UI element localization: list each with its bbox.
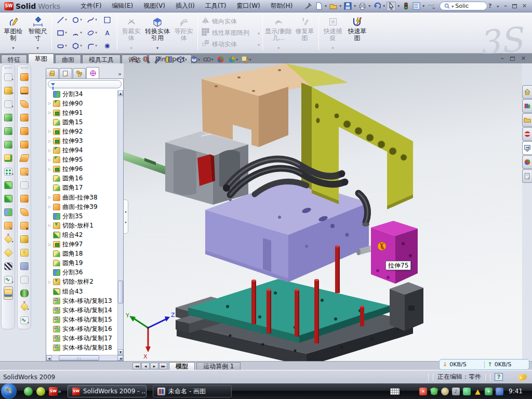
smart-dimension-button[interactable]: 智能尺寸 [25, 14, 50, 52]
point-button[interactable] [100, 39, 114, 52]
tree-item[interactable]: ▷切除-放样1 [48, 221, 123, 230]
tree-item[interactable]: 圆角17 [48, 183, 123, 193]
tab-features[interactable]: 特征 [1, 55, 27, 63]
scroll-right-arrow-icon[interactable] [117, 355, 123, 361]
sketch-button[interactable]: 草图绘制 [1, 14, 25, 52]
expand-arrow-icon[interactable]: ▷ [48, 223, 53, 228]
taskpane-tab-design-library[interactable] [522, 99, 532, 113]
taskbar-clock[interactable]: 9:41 [507, 388, 528, 395]
line-button[interactable]: ▾ [55, 14, 69, 26]
taskpane-tab-custom-properties[interactable] [522, 169, 532, 183]
tree-item[interactable]: 实体-移动/复制17 [48, 334, 123, 343]
manager-tab-configurationmanager[interactable] [73, 68, 86, 78]
linear-sketch-pattern-button[interactable]: 线性草图阵列 [200, 28, 261, 37]
expand-arrow-icon[interactable]: ▷ [48, 101, 53, 105]
tree-item[interactable]: 组合43 [48, 287, 123, 296]
security-shield-icon[interactable] [430, 388, 438, 395]
taskpane-tab-file-explorer[interactable] [522, 113, 532, 127]
curve-button[interactable]: ▾ [20, 313, 29, 327]
splitter-down-icon[interactable] [125, 220, 126, 224]
help-caret-icon[interactable] [497, 3, 499, 9]
intersect-bodies-button[interactable] [4, 192, 13, 205]
model-canvas[interactable]: Y Z X [124, 63, 522, 361]
convert-entities-button[interactable]: 转换实体引用 [143, 14, 171, 52]
search-value[interactable]: Solic [455, 3, 469, 9]
expand-arrow-icon[interactable]: ▷ [48, 149, 53, 153]
tree-item[interactable]: 组合42 [48, 230, 123, 240]
circle-button[interactable]: ▾ [70, 14, 84, 26]
search-scope-caret-icon[interactable] [451, 3, 454, 9]
tab-model[interactable]: 模型 [169, 362, 195, 370]
planar-surface-button[interactable] [20, 151, 29, 165]
tree-item[interactable]: ▷拉伸95 [48, 155, 123, 165]
ruled-surface-button[interactable] [20, 205, 29, 219]
tree-item[interactable]: 圆角18 [48, 249, 123, 259]
tree-item[interactable]: 分割36 [48, 268, 123, 277]
save-icon[interactable] [343, 2, 352, 11]
certificate-icon[interactable] [441, 388, 449, 395]
tree-item[interactable]: ▷拉伸96 [48, 165, 123, 174]
menu-insert[interactable]: 插入(I) [171, 1, 200, 11]
taskpane-tab-home[interactable] [522, 85, 532, 99]
lofted-boss-button[interactable] [4, 138, 13, 151]
tree-item[interactable]: 实体-移动/复制18 [48, 343, 123, 353]
close-button[interactable] [522, 3, 527, 9]
quick-tips-help-icon[interactable] [495, 373, 503, 381]
split-button[interactable] [4, 205, 13, 219]
save-caret-icon[interactable] [354, 4, 356, 8]
fillet-button[interactable]: ▾ [4, 97, 13, 111]
model-front-pin[interactable] [335, 245, 340, 293]
options-list-icon[interactable] [411, 2, 421, 11]
apply-scene-button[interactable]: ▾ [227, 55, 239, 64]
delete-face-button[interactable] [20, 219, 29, 232]
hide-show-items-button[interactable]: ▾ [202, 55, 214, 64]
next-tab-button[interactable] [150, 363, 158, 369]
tree-item[interactable]: ▷拉伸93 [48, 136, 123, 145]
midsurface-button[interactable] [20, 259, 29, 273]
trim-entities-button[interactable]: 剪裁实体 [119, 14, 143, 52]
start-button[interactable] [1, 383, 17, 399]
menu-view[interactable]: 视图(V) [139, 1, 170, 11]
menu-window[interactable]: 窗口(W) [232, 1, 264, 11]
new-document-icon[interactable] [314, 2, 323, 11]
pin-icon[interactable] [303, 2, 313, 11]
expand-arrow-icon[interactable]: ▷ [48, 167, 53, 171]
tree-item[interactable]: 分割35 [48, 211, 123, 221]
dropdown-caret-icon[interactable]: ▾ [11, 280, 13, 284]
sketch-settings-button[interactable]: ▾ [240, 55, 252, 64]
tab-sketch[interactable]: 草图 [28, 54, 54, 63]
reference-geometry-button[interactable]: ▾ [20, 300, 29, 313]
extruded-boss-button[interactable]: ▾ [4, 84, 13, 97]
dropdown-caret-icon[interactable]: ▾ [11, 77, 13, 81]
revolved-boss-button[interactable] [4, 124, 13, 138]
menu-tools[interactable]: 工具(T) [201, 1, 231, 11]
straight-slot-button[interactable]: ▾ [55, 39, 69, 52]
extend-surface-button[interactable] [20, 165, 29, 178]
corner-rectangle-button[interactable]: ▾ [55, 26, 69, 39]
select-caret-icon[interactable] [397, 4, 400, 8]
expand-arrow-icon[interactable]: ▷ [48, 158, 53, 162]
taskpane-tab-appearances[interactable] [522, 155, 532, 169]
mirror-entities-button[interactable]: 镜向实体 [200, 17, 261, 26]
tree-item[interactable]: ▷拉伸94 [48, 146, 123, 155]
options-caret-icon[interactable] [422, 4, 424, 8]
extruded-cut-button[interactable]: ▾ [4, 70, 13, 84]
expand-arrow-icon[interactable]: ▷ [48, 195, 53, 200]
move-entities-button[interactable]: 移动实体 [200, 39, 261, 49]
tree-item[interactable]: ▷曲面-拉伸39 [48, 202, 123, 211]
curve-button[interactable]: ▾ [4, 273, 13, 286]
taskbar-task-solidworks[interactable]: SW SolidWorks 2009 - ... [68, 385, 147, 397]
axis-button[interactable] [4, 259, 13, 273]
doc-minimize-button[interactable] [501, 55, 504, 62]
keyboard-layout-icon[interactable] [390, 388, 400, 395]
expand-arrow-icon[interactable]: ▷ [48, 280, 53, 284]
sync-disabled-icon[interactable] [496, 388, 503, 395]
sketch-caret-icon[interactable] [12, 44, 14, 51]
solidworks-quicklaunch-icon[interactable]: SW [49, 387, 58, 396]
volume-icon[interactable] [452, 388, 460, 395]
lofted-surface-button[interactable] [20, 111, 29, 124]
options-more-icon[interactable] [426, 2, 435, 11]
restore-button[interactable] [512, 4, 517, 8]
combine-bodies-button[interactable] [4, 178, 13, 192]
wireless-icon[interactable] [463, 388, 471, 395]
